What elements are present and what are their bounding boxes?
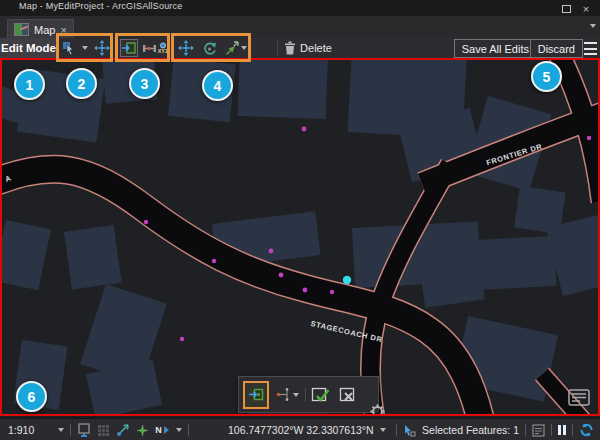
north-label: N [155, 425, 162, 435]
selected-point-feature[interactable] [343, 276, 351, 284]
selected-features-count[interactable]: Selected Features: 1 [422, 424, 519, 436]
delete-label: Delete [300, 42, 332, 54]
point-feature[interactable] [330, 290, 334, 294]
segment-dropdown-chevron-icon[interactable] [293, 393, 299, 397]
status-right-zone: Selected Features: 1 [396, 419, 594, 440]
save-all-edits-button[interactable]: Save All Edits [454, 39, 537, 58]
map-scale-value[interactable]: 1:910 [8, 424, 34, 436]
point-feature[interactable] [144, 220, 148, 224]
trash-icon [284, 41, 296, 55]
point-feature[interactable] [212, 259, 216, 263]
status-separator [551, 424, 552, 436]
building [64, 225, 122, 289]
tab-map-label: Map [34, 24, 55, 36]
status-separator [525, 424, 526, 436]
add-point-icon[interactable] [136, 424, 149, 437]
close-button[interactable]: × [578, 3, 594, 14]
coordinates-dropdown-chevron-icon[interactable] [380, 428, 386, 432]
status-separator [572, 424, 573, 436]
pause-drawing-icon[interactable] [558, 425, 566, 435]
construct-separator [305, 388, 306, 402]
arrow-into-rect-icon [248, 386, 265, 403]
highlight-box-transform-group [171, 33, 251, 62]
cursor-coordinates[interactable]: 106.7477302°W 32.3307613°N [228, 424, 374, 436]
edit-mode-label: Edit Mode [0, 38, 57, 58]
arcgis-window: Map - MyEditProject - ArcGISAllSource × … [0, 0, 600, 440]
map-canvas: FRONTIER DR STAGECOACH DR A [2, 60, 598, 414]
map-view[interactable]: FRONTIER DR STAGECOACH DR A [0, 58, 600, 416]
cancel-edit-button[interactable] [336, 382, 360, 408]
segment-tool-button[interactable] [272, 382, 302, 408]
delete-button[interactable]: Delete [283, 38, 333, 58]
title-bar: Map - MyEditProject - ArcGISAllSource × [0, 0, 600, 16]
vertex-segment-icon [276, 387, 291, 402]
point-feature[interactable] [303, 288, 308, 293]
toolbar-menu-button[interactable] [584, 41, 597, 56]
map-thumbnail-icon [14, 23, 29, 36]
status-separator [396, 424, 397, 436]
status-tools-chevron-icon[interactable] [176, 428, 182, 432]
snapping-icon[interactable] [116, 423, 130, 437]
buildings-layer [2, 60, 598, 414]
refresh-sync-icon[interactable] [579, 423, 594, 437]
grid-icon[interactable] [97, 424, 110, 437]
construction-toolbar [238, 376, 379, 413]
selection-arrow-icon [403, 424, 416, 437]
north-arrow-icon[interactable]: N [155, 425, 170, 435]
callout-4: 4 [202, 70, 233, 101]
building [476, 236, 557, 290]
building [238, 60, 328, 119]
maximize-button[interactable] [558, 3, 574, 14]
callout-5: 5 [531, 61, 562, 92]
point-feature[interactable] [180, 337, 184, 341]
cancel-x-icon [339, 386, 358, 404]
attributes-panel-icon[interactable] [532, 424, 545, 437]
tab-overflow-chevron-icon[interactable] [590, 24, 596, 28]
status-center-zone: 106.7477302°W 32.3307613°N [228, 419, 386, 440]
status-bar: 1:910 N 106.7477302°W 32.3307613 [0, 418, 600, 440]
discard-button[interactable]: Discard [530, 39, 583, 58]
callout-2: 2 [66, 68, 97, 99]
callout-1: 1 [14, 69, 45, 100]
point-feature[interactable] [302, 127, 307, 132]
maximize-icon [562, 5, 571, 13]
map-flyout-panel-icon[interactable] [568, 389, 590, 406]
building [2, 220, 51, 290]
active-edit-tool-button[interactable] [243, 381, 269, 409]
point-feature[interactable] [269, 249, 274, 254]
add-layout-icon[interactable] [77, 423, 91, 437]
status-separator [70, 424, 71, 436]
scale-dropdown-chevron-icon[interactable] [58, 428, 64, 432]
highlight-box-selection-group [56, 33, 113, 62]
finish-edit-button[interactable] [309, 382, 333, 408]
callout-6: 6 [16, 381, 47, 412]
finish-check-icon [311, 386, 331, 404]
highlight-box-modify-group [115, 33, 170, 62]
status-left-zone: 1:910 N [8, 419, 189, 440]
callout-3: 3 [129, 68, 160, 99]
toolbar-settings-gear-icon[interactable] [370, 404, 385, 416]
point-feature[interactable] [279, 273, 284, 278]
point-feature[interactable] [587, 136, 591, 140]
window-title: Map - MyEditProject - ArcGISAllSource [19, 1, 182, 11]
status-separator [188, 424, 189, 436]
toolbar-separator [277, 41, 278, 55]
